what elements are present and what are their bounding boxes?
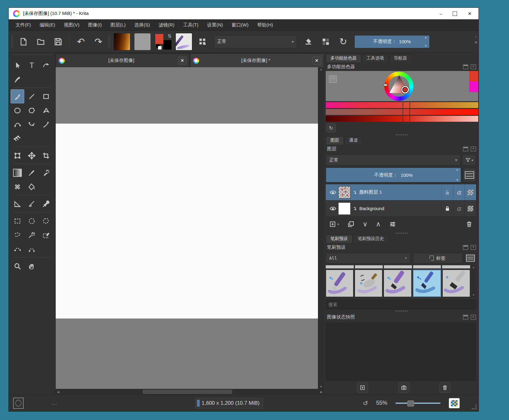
brush-search-input[interactable]	[326, 302, 476, 307]
tag-filter-dropdown[interactable]: All ▾	[326, 253, 410, 263]
brush-preset-chooser-button[interactable]	[175, 33, 193, 51]
layer-lock-icon[interactable]	[441, 201, 453, 216]
scroll-down-icon[interactable]: ▼	[472, 294, 475, 296]
spin-down-icon[interactable]: ▼	[424, 45, 429, 47]
remove-snapshot-button[interactable]	[439, 382, 451, 393]
layer-opacity-slider[interactable]: 不透明度： 100% ▲ ▼	[326, 168, 461, 182]
zoom-slider-knob[interactable]	[407, 400, 414, 407]
tab-advanced-color-selector[interactable]: 多功能拾色器	[326, 54, 361, 62]
tool-gradient[interactable]	[11, 166, 24, 180]
move-layer-up-button[interactable]: ∧	[376, 220, 381, 228]
tool-contiguous-select[interactable]	[25, 228, 39, 242]
tool-freehand-path[interactable]	[25, 117, 39, 131]
save-button[interactable]	[50, 33, 66, 50]
layer-row-background[interactable]: ↴ Background α	[326, 201, 476, 217]
docker-splitter[interactable]	[326, 133, 479, 136]
menu-window[interactable]: 窗口(W)	[228, 21, 252, 30]
tool-dynamic-brush[interactable]	[39, 117, 53, 131]
layer-inherit-alpha-icon[interactable]	[465, 201, 476, 216]
menu-settings[interactable]: 设置(N)	[203, 21, 227, 30]
scroll-down-icon[interactable]: ▼	[320, 385, 323, 388]
close-button[interactable]: ✕	[468, 11, 472, 16]
menu-layer[interactable]: 图层(L)	[107, 21, 129, 30]
advanced-color-selector[interactable]	[326, 71, 478, 101]
foreground-background-colors[interactable]: ⇅	[155, 33, 172, 50]
toolbar-drag-handle[interactable]	[11, 35, 13, 49]
layer-row-paint-layer-1[interactable]: ↴ 颜料图层 1 α	[326, 184, 476, 201]
layer-name[interactable]: Background	[359, 206, 441, 211]
docker-close-icon[interactable]: ×	[471, 315, 476, 319]
scroll-right-icon[interactable]: ▶	[319, 390, 324, 394]
layer-list-view-mode-button[interactable]	[463, 168, 476, 182]
toolbox-drag-handle[interactable]	[12, 54, 52, 56]
spin-up-icon[interactable]: ▲	[424, 36, 429, 39]
color-cursor[interactable]	[401, 86, 409, 93]
last-color-red[interactable]	[469, 71, 478, 82]
tab-brush-presets[interactable]: 笔刷预设	[326, 235, 353, 243]
spin-up-icon[interactable]: ▲	[456, 168, 460, 171]
brush-preset-round[interactable]	[384, 270, 411, 297]
layer-properties-button[interactable]	[389, 220, 396, 228]
document-tab-2[interactable]: [未保存图像] * ✕	[190, 54, 324, 67]
tool-magnetic-select[interactable]	[25, 242, 39, 256]
tool-edit-shapes[interactable]	[39, 58, 53, 72]
visibility-eye-icon[interactable]	[328, 205, 338, 212]
default-colors-icon[interactable]	[156, 44, 161, 50]
update-color-history-button[interactable]: ↻	[326, 124, 336, 132]
brush-preset-ballpoint[interactable]	[326, 270, 353, 297]
spin-down-icon[interactable]: ▼	[456, 179, 460, 182]
tool-rect-select[interactable]	[11, 214, 24, 228]
tool-crop[interactable]	[39, 149, 53, 163]
value-slider[interactable]	[326, 116, 478, 122]
tool-bezier-select[interactable]	[11, 242, 24, 256]
eraser-mode-button[interactable]	[300, 33, 316, 50]
tool-polygon-select[interactable]	[39, 214, 53, 228]
minimize-button[interactable]: –	[440, 11, 442, 16]
tool-calligraphy[interactable]	[11, 72, 24, 86]
toolbar-drag-handle-2[interactable]	[108, 35, 110, 49]
scroll-left-icon[interactable]: ◀	[56, 390, 61, 394]
horizontal-scrollbar[interactable]: ◀ ▶	[56, 389, 324, 394]
tool-color-sampler[interactable]	[25, 166, 39, 180]
tool-colorize-mask[interactable]	[39, 166, 53, 180]
reset-rotation-icon[interactable]: ↺	[363, 399, 368, 407]
foreground-color-swatch[interactable]	[155, 34, 163, 44]
tool-freehand-select[interactable]	[11, 228, 24, 242]
opacity-spinner[interactable]: ▲ ▼	[424, 36, 429, 47]
pattern-chooser-button[interactable]	[134, 33, 151, 51]
switch-to-snapshot-button[interactable]	[398, 382, 409, 393]
tool-transform-select[interactable]	[11, 58, 24, 72]
menu-file[interactable]: 文件(F)	[12, 21, 35, 30]
redo-button[interactable]: ↷	[90, 33, 106, 50]
layer-inherit-alpha-icon[interactable]	[465, 184, 476, 200]
selection-display-mode-button[interactable]	[13, 398, 24, 409]
tool-line[interactable]	[25, 89, 39, 103]
last-color-magenta[interactable]	[469, 82, 478, 92]
window-resize-grip[interactable]	[472, 404, 477, 410]
last-used-colors[interactable]	[469, 71, 478, 92]
tool-ellipse[interactable]	[11, 103, 24, 117]
maximize-button[interactable]	[453, 12, 457, 16]
tool-transform[interactable]	[11, 149, 24, 163]
preset-scrollbar[interactable]: ▲ ▼	[471, 265, 476, 297]
menu-edit[interactable]: 编辑(E)	[36, 21, 59, 30]
tool-similar-color-select[interactable]	[39, 228, 53, 242]
display-settings-button[interactable]	[465, 253, 476, 263]
tab-channels[interactable]: 通道	[344, 136, 362, 144]
add-layer-button[interactable]: ▾	[329, 220, 339, 228]
scroll-up-icon[interactable]: ▲	[320, 68, 323, 71]
tool-polygon[interactable]	[25, 103, 39, 117]
docker-float-icon[interactable]	[463, 315, 468, 319]
hue-slider[interactable]	[326, 102, 478, 108]
tool-multibrush[interactable]	[11, 131, 24, 145]
workspace-chooser-button[interactable]	[194, 33, 211, 50]
open-document-button[interactable]	[33, 33, 49, 50]
preserve-alpha-button[interactable]	[318, 33, 334, 50]
menu-view[interactable]: 视图(V)	[60, 21, 83, 30]
zoom-slider[interactable]	[395, 403, 441, 404]
menu-filter[interactable]: 滤镜(R)	[155, 21, 178, 30]
overflow-chevrons-icon[interactable]: »	[475, 39, 477, 45]
tab-tool-options[interactable]: 工具选项	[362, 54, 389, 62]
tab-brush-preset-history[interactable]: 笔刷预设历史	[353, 235, 389, 243]
menu-help[interactable]: 帮助(H)	[254, 21, 277, 30]
